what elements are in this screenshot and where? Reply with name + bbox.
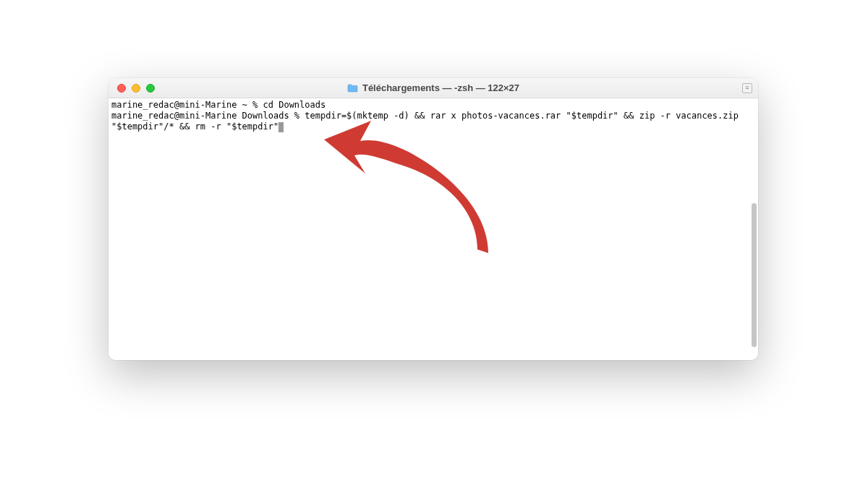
prompt-2: marine_redac@mini-Marine Downloads % (111, 111, 305, 121)
window-title-text: Téléchargements — -zsh — 122×27 (362, 82, 519, 93)
window-title: Téléchargements — -zsh — 122×27 (109, 82, 758, 93)
terminal-window: Téléchargements — -zsh — 122×27 marine_r… (109, 78, 758, 360)
close-button[interactable] (117, 84, 126, 93)
terminal-body[interactable]: marine_redac@mini-Marine ~ % cd Download… (109, 98, 758, 360)
window-titlebar[interactable]: Téléchargements — -zsh — 122×27 (109, 78, 758, 98)
prompt-1: marine_redac@mini-Marine ~ % (111, 100, 263, 110)
minimize-button[interactable] (132, 84, 140, 93)
maximize-button[interactable] (146, 84, 155, 93)
traffic-lights (109, 84, 155, 93)
proxy-icon[interactable] (742, 83, 752, 93)
terminal-cursor (278, 122, 284, 132)
scrollbar[interactable] (752, 203, 757, 347)
folder-icon (347, 84, 358, 93)
command-1: cd Downloads (263, 100, 326, 110)
